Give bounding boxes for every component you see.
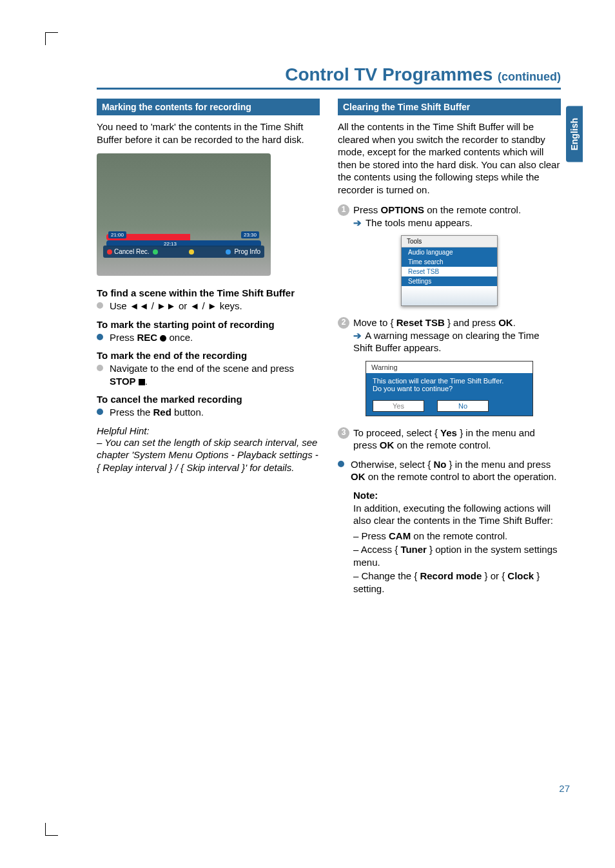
- text-post: on the remote control.: [394, 439, 491, 450]
- bullet-text-rec: Press REC once.: [110, 331, 193, 344]
- green-dot-icon: [153, 249, 158, 255]
- text-bold2: OK: [498, 317, 513, 328]
- text-pre: – Press: [353, 530, 389, 541]
- warning-buttons: Yes No: [366, 396, 532, 416]
- bullet-icon: [338, 461, 344, 467]
- bullet-icon: [97, 334, 103, 340]
- warning-line1: This action will clear the Time Shift Bu…: [373, 377, 526, 385]
- text-bold: No: [433, 459, 446, 470]
- note-item-3: – Change the { Record mode } or { Clock …: [353, 570, 561, 595]
- bar-prog-info: Prog Info: [234, 248, 260, 255]
- bullet-use-keys: Use ◄◄ / ►► or ◄ / ► keys.: [97, 300, 320, 313]
- text-pre: Navigate to the end of the scene and pre…: [110, 363, 294, 374]
- title-main: Control TV Programmes: [285, 64, 493, 84]
- note-intro: In addition, executing the following act…: [353, 502, 561, 527]
- step-number-2: 2: [338, 317, 349, 329]
- crop-mark-bl: [45, 823, 58, 836]
- note-label: Note:: [353, 490, 561, 501]
- two-column-layout: Marking the contents for recording You n…: [97, 99, 561, 603]
- tools-menu-header: Tools: [402, 236, 497, 247]
- step-number-3: 3: [338, 427, 349, 439]
- section-heading-left: Marking the contents for recording: [97, 99, 320, 115]
- right-column: Clearing the Time Shift Buffer All the c…: [338, 99, 561, 603]
- page-title: Control TV Programmes (continued): [97, 64, 561, 90]
- step-2: 2 Move to { Reset TSB } and press OK. ➔ …: [338, 316, 561, 354]
- text-post: button.: [171, 407, 204, 418]
- section-heading-right: Clearing the Time Shift Buffer: [338, 99, 561, 115]
- bullet-text-stop: Navigate to the end of the scene and pre…: [110, 362, 320, 387]
- tools-menu-item: Audio language: [402, 247, 497, 257]
- step-3: 3 To proceed, select { Yes } in the menu…: [338, 427, 561, 452]
- text-pre: Press: [110, 332, 137, 343]
- bullet-press-red: Press the Red button.: [97, 406, 320, 419]
- page-number: 27: [559, 783, 570, 794]
- blue-dot-icon: [226, 249, 231, 255]
- text-pre: To proceed, select {: [353, 427, 440, 438]
- text-post: on the remote control to abort the opera…: [366, 471, 557, 482]
- text-bold: CAM: [389, 530, 411, 541]
- text-bold: Reset TSB: [396, 317, 445, 328]
- text-bold2: Clock: [507, 570, 534, 581]
- text-bold: REC: [137, 332, 158, 343]
- step-3-text: To proceed, select { Yes } in the menu a…: [353, 427, 561, 452]
- subhead-mark-start: To mark the starting point of recording: [97, 319, 320, 330]
- text-bold: Tuner: [400, 544, 427, 555]
- bullet-press-stop: Navigate to the end of the scene and pre…: [97, 362, 320, 387]
- text-bold: STOP: [110, 376, 136, 387]
- warning-body: This action will clear the Time Shift Bu…: [366, 373, 532, 396]
- warning-yes-button: Yes: [373, 400, 424, 412]
- left-column: Marking the contents for recording You n…: [97, 99, 320, 603]
- warning-title: Warning: [366, 362, 532, 373]
- hint-label: Helpful Hint:: [97, 425, 320, 436]
- time-label-left: 21:00: [108, 231, 126, 238]
- page-content: Control TV Programmes (continued) Markin…: [97, 64, 561, 603]
- text-mid: } and press: [445, 317, 498, 328]
- bullet-text-red: Press the Red button.: [110, 406, 204, 419]
- bullet-text-keys: Use ◄◄ / ►► or ◄ / ► keys.: [110, 300, 242, 313]
- text-pre: Move to {: [353, 317, 396, 328]
- step-1-result: The tools menu appears.: [366, 217, 473, 228]
- tools-menu-illustration: Tools Audio language Time search Reset T…: [401, 235, 498, 306]
- crop-mark-tl: [45, 32, 58, 45]
- step-2-result: A warning message on clearing the Time S…: [353, 330, 540, 354]
- right-intro-text: All the contents in the Time Shift Buffe…: [338, 121, 561, 196]
- step-2-text: Move to { Reset TSB } and press OK. ➔ A …: [353, 316, 561, 354]
- title-continued: (continued): [498, 70, 561, 83]
- rec-icon: [160, 335, 166, 342]
- tools-menu-item-highlighted: Reset TSB: [402, 267, 497, 276]
- bar-left-group: Cancel Rec.: [107, 248, 160, 255]
- note-item-2: – Access { Tuner } option in the system …: [353, 543, 561, 568]
- text-pre: – Access {: [353, 544, 400, 555]
- hint-body: – You can set the length of skip search …: [97, 436, 320, 474]
- bar-cancel-rec: Cancel Rec.: [114, 248, 149, 255]
- yellow-dot-icon: [189, 249, 194, 255]
- text-post: once.: [166, 332, 193, 343]
- tools-menu-item: Time search: [402, 257, 497, 267]
- text-pre: Press: [353, 204, 381, 215]
- arrow-icon: ➔: [353, 330, 362, 341]
- tools-menu-item: Settings: [402, 276, 497, 286]
- otherwise-text: Otherwise, select { No } in the menu and…: [351, 458, 561, 483]
- time-label-right: 23:30: [241, 231, 259, 238]
- red-dot-icon: [107, 249, 112, 255]
- warning-no-button: No: [437, 400, 489, 412]
- screenshot-info-bar: Cancel Rec. Prog Info: [103, 246, 264, 258]
- note-item-1: – Press CAM on the remote control.: [353, 530, 561, 543]
- language-tab: English: [566, 106, 583, 162]
- text-mid: } in the menu and press: [446, 459, 551, 470]
- text-bold: Record mode: [420, 570, 482, 581]
- step-1: 1 Press OPTIONS on the remote control. ➔…: [338, 204, 561, 229]
- bar-right-group: Prog Info: [226, 248, 260, 255]
- text-post: on the remote control.: [411, 530, 507, 541]
- text-post: .: [145, 376, 148, 387]
- subhead-find-scene: To find a scene within the Time Shift Bu…: [97, 287, 320, 298]
- otherwise-bullet: Otherwise, select { No } in the menu and…: [338, 458, 561, 483]
- text-post: .: [513, 317, 516, 328]
- text-bold: OPTIONS: [381, 204, 425, 215]
- stop-icon: [139, 379, 145, 385]
- subhead-mark-end: To mark the end of the recording: [97, 350, 320, 361]
- step-number-1: 1: [338, 204, 349, 216]
- bullet-icon: [97, 302, 103, 309]
- bullet-icon: [97, 409, 103, 415]
- text-bold: Red: [153, 407, 171, 418]
